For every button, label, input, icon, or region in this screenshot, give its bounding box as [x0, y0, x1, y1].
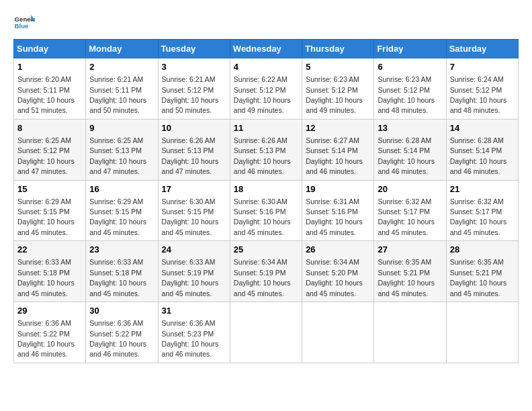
day-number: 7	[450, 61, 515, 73]
day-number: 11	[234, 122, 298, 134]
day-number: 22	[17, 244, 82, 256]
calendar-cell: 25 Sunrise: 6:34 AM Sunset: 5:19 PM Dayl…	[230, 241, 302, 302]
calendar-cell: 7 Sunrise: 6:24 AM Sunset: 5:12 PM Dayli…	[446, 58, 518, 120]
calendar-week-row: 15 Sunrise: 6:29 AM Sunset: 5:15 PM Dayl…	[14, 180, 519, 241]
day-number: 30	[89, 305, 154, 317]
day-number: 26	[306, 244, 370, 256]
day-number: 31	[162, 305, 226, 317]
cell-sunrise: Sunrise: 6:35 AM	[378, 258, 431, 266]
day-number: 12	[306, 122, 370, 134]
calendar-header-row: SundayMondayTuesdayWednesdayThursdayFrid…	[14, 40, 519, 58]
calendar-cell: 8 Sunrise: 6:25 AM Sunset: 5:12 PM Dayli…	[14, 119, 86, 180]
cell-sunrise: Sunrise: 6:28 AM	[378, 136, 431, 144]
cell-sunrise: Sunrise: 6:25 AM	[17, 136, 71, 144]
calendar-cell	[374, 302, 446, 363]
cell-sunrise: Sunrise: 6:28 AM	[450, 136, 504, 144]
cell-daylight-label: Daylight: 10 hours and 45 minutes.	[306, 279, 363, 297]
cell-daylight-label: Daylight: 10 hours and 45 minutes.	[450, 218, 507, 236]
cell-daylight-label: Daylight: 10 hours and 45 minutes.	[162, 218, 219, 236]
cell-sunset: Sunset: 5:13 PM	[162, 146, 214, 154]
cell-daylight-label: Daylight: 10 hours and 50 minutes.	[162, 96, 219, 114]
cell-sunset: Sunset: 5:12 PM	[17, 146, 70, 154]
cell-sunrise: Sunrise: 6:30 AM	[234, 197, 287, 205]
cell-sunset: Sunset: 5:17 PM	[450, 208, 502, 216]
day-number: 24	[162, 244, 226, 256]
calendar-cell: 12 Sunrise: 6:27 AM Sunset: 5:14 PM Dayl…	[302, 119, 374, 180]
day-number: 5	[306, 61, 370, 73]
cell-sunset: Sunset: 5:14 PM	[378, 146, 430, 154]
cell-sunset: Sunset: 5:22 PM	[17, 330, 70, 338]
day-number: 17	[162, 183, 226, 195]
cell-sunrise: Sunrise: 6:24 AM	[450, 75, 504, 83]
cell-daylight-label: Daylight: 10 hours and 45 minutes.	[234, 218, 291, 236]
day-number: 6	[378, 61, 442, 73]
day-number: 13	[378, 122, 442, 134]
cell-daylight-label: Daylight: 10 hours and 46 minutes.	[17, 340, 75, 358]
cell-sunset: Sunset: 5:17 PM	[378, 208, 430, 216]
cell-sunrise: Sunrise: 6:32 AM	[378, 197, 431, 205]
weekday-header: Thursday	[302, 40, 374, 58]
weekday-header: Sunday	[14, 40, 86, 58]
calendar-cell: 26 Sunrise: 6:34 AM Sunset: 5:20 PM Dayl…	[302, 241, 374, 302]
calendar-cell: 5 Sunrise: 6:23 AM Sunset: 5:12 PM Dayli…	[302, 58, 374, 120]
cell-sunrise: Sunrise: 6:23 AM	[306, 75, 359, 83]
day-number: 3	[162, 61, 226, 73]
cell-daylight-label: Daylight: 10 hours and 51 minutes.	[17, 96, 75, 114]
calendar-cell: 19 Sunrise: 6:31 AM Sunset: 5:16 PM Dayl…	[302, 180, 374, 241]
cell-sunrise: Sunrise: 6:33 AM	[17, 258, 71, 266]
cell-sunset: Sunset: 5:19 PM	[162, 269, 214, 277]
calendar-week-row: 1 Sunrise: 6:20 AM Sunset: 5:11 PM Dayli…	[14, 58, 519, 120]
calendar-cell: 9 Sunrise: 6:25 AM Sunset: 5:13 PM Dayli…	[86, 119, 158, 180]
calendar-week-row: 22 Sunrise: 6:33 AM Sunset: 5:18 PM Dayl…	[14, 241, 519, 302]
cell-sunrise: Sunrise: 6:30 AM	[162, 197, 216, 205]
calendar-cell: 15 Sunrise: 6:29 AM Sunset: 5:15 PM Dayl…	[14, 180, 86, 241]
cell-daylight-label: Daylight: 10 hours and 45 minutes.	[17, 279, 75, 297]
calendar-cell	[230, 302, 302, 363]
day-number: 29	[17, 305, 82, 317]
day-number: 27	[378, 244, 442, 256]
weekday-header: Tuesday	[158, 40, 230, 58]
logo-icon: General Blue	[13, 13, 35, 32]
day-number: 14	[450, 122, 515, 134]
day-number: 23	[89, 244, 154, 256]
cell-sunrise: Sunrise: 6:26 AM	[162, 136, 216, 144]
calendar-cell: 1 Sunrise: 6:20 AM Sunset: 5:11 PM Dayli…	[14, 58, 86, 120]
day-number: 2	[89, 61, 154, 73]
calendar-week-row: 29 Sunrise: 6:36 AM Sunset: 5:22 PM Dayl…	[14, 302, 519, 363]
cell-daylight-label: Daylight: 10 hours and 49 minutes.	[234, 96, 291, 114]
cell-daylight-label: Daylight: 10 hours and 48 minutes.	[378, 96, 435, 114]
cell-sunrise: Sunrise: 6:31 AM	[306, 197, 359, 205]
day-number: 25	[234, 244, 298, 256]
day-number: 9	[89, 122, 154, 134]
cell-daylight-label: Daylight: 10 hours and 46 minutes.	[162, 340, 219, 358]
cell-daylight-label: Daylight: 10 hours and 47 minutes.	[17, 157, 75, 175]
cell-sunrise: Sunrise: 6:29 AM	[17, 197, 71, 205]
cell-sunrise: Sunrise: 6:35 AM	[450, 258, 504, 266]
calendar-cell: 31 Sunrise: 6:36 AM Sunset: 5:23 PM Dayl…	[158, 302, 230, 363]
cell-sunrise: Sunrise: 6:23 AM	[378, 75, 431, 83]
cell-sunrise: Sunrise: 6:22 AM	[234, 75, 287, 83]
calendar-cell: 23 Sunrise: 6:33 AM Sunset: 5:18 PM Dayl…	[86, 241, 158, 302]
calendar-cell: 22 Sunrise: 6:33 AM Sunset: 5:18 PM Dayl…	[14, 241, 86, 302]
cell-daylight-label: Daylight: 10 hours and 46 minutes.	[306, 157, 363, 175]
cell-sunset: Sunset: 5:12 PM	[234, 86, 286, 94]
cell-sunrise: Sunrise: 6:26 AM	[234, 136, 287, 144]
calendar-week-row: 8 Sunrise: 6:25 AM Sunset: 5:12 PM Dayli…	[14, 119, 519, 180]
calendar-cell: 24 Sunrise: 6:33 AM Sunset: 5:19 PM Dayl…	[158, 241, 230, 302]
calendar-cell: 11 Sunrise: 6:26 AM Sunset: 5:13 PM Dayl…	[230, 119, 302, 180]
cell-daylight-label: Daylight: 10 hours and 46 minutes.	[234, 157, 291, 175]
cell-sunset: Sunset: 5:15 PM	[162, 208, 214, 216]
cell-sunset: Sunset: 5:21 PM	[450, 269, 502, 277]
svg-text:Blue: Blue	[15, 22, 29, 30]
cell-sunset: Sunset: 5:23 PM	[162, 330, 214, 338]
cell-daylight-label: Daylight: 10 hours and 49 minutes.	[306, 96, 363, 114]
calendar-cell: 20 Sunrise: 6:32 AM Sunset: 5:17 PM Dayl…	[374, 180, 446, 241]
cell-daylight-label: Daylight: 10 hours and 47 minutes.	[162, 157, 219, 175]
cell-sunrise: Sunrise: 6:21 AM	[162, 75, 216, 83]
weekday-header: Wednesday	[230, 40, 302, 58]
cell-sunset: Sunset: 5:18 PM	[17, 269, 70, 277]
cell-sunset: Sunset: 5:14 PM	[450, 146, 502, 154]
cell-sunset: Sunset: 5:15 PM	[89, 208, 142, 216]
cell-sunset: Sunset: 5:13 PM	[234, 146, 286, 154]
cell-sunset: Sunset: 5:12 PM	[162, 86, 214, 94]
